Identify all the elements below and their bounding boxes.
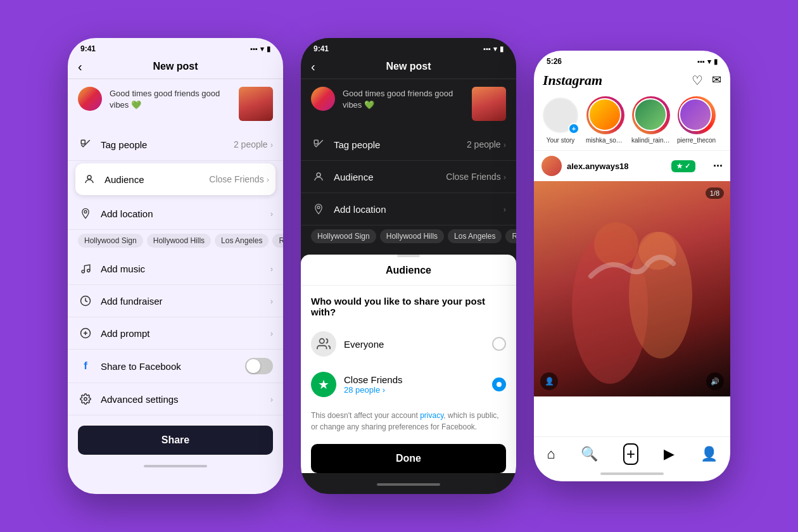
- post-more-button[interactable]: ···: [713, 160, 723, 173]
- location-label: Add location: [101, 208, 270, 219]
- audience-option-close-friends[interactable]: ★ Close Friends 28 people ›: [301, 364, 516, 405]
- menu-item-tag-people[interactable]: Tag people 2 people ›: [68, 129, 283, 161]
- back-button-2[interactable]: ‹: [311, 60, 315, 74]
- prompt-icon: [78, 326, 93, 341]
- your-story-label: Your story: [547, 137, 575, 144]
- story-mishka[interactable]: mishka_songs: [586, 96, 625, 144]
- post-thumbnail-1: [239, 87, 273, 121]
- header-2: ‹ New post: [301, 56, 516, 79]
- messenger-icon[interactable]: ✉: [712, 73, 721, 88]
- menu-item-music[interactable]: Add music ›: [68, 253, 283, 285]
- audience-chevron: ›: [267, 175, 269, 184]
- mishka-label: mishka_songs: [586, 137, 625, 144]
- everyone-radio[interactable]: [492, 337, 506, 351]
- post-user-avatar: [542, 156, 562, 176]
- story-your-story[interactable]: + Your story: [542, 96, 580, 144]
- everyone-info: Everyone: [344, 339, 484, 350]
- status-icons-1: ▪▪▪ ▾ ▮: [250, 45, 270, 53]
- tag-r[interactable]: R: [272, 234, 283, 248]
- post-person-button[interactable]: 👤: [540, 372, 558, 390]
- location-tags-1: Hollywood Sign Hollywood Hills Los Angel…: [68, 230, 283, 253]
- post-sound-button[interactable]: 🔊: [706, 372, 724, 390]
- header-1: ‹ New post: [68, 56, 283, 79]
- menu-item-prompt[interactable]: Add prompt ›: [68, 317, 283, 350]
- status-time-2: 9:41: [314, 44, 329, 53]
- nav-home[interactable]: ⌂: [547, 446, 555, 462]
- menu-item-facebook[interactable]: f Share to Facebook: [68, 350, 283, 383]
- tag-people-value: 2 people: [234, 139, 268, 149]
- advanced-icon: [78, 391, 93, 407]
- tag-r-dark[interactable]: R: [505, 229, 516, 243]
- menu-item-location-dark[interactable]: Add location ›: [301, 193, 516, 225]
- everyone-icon: [311, 331, 336, 357]
- tag-hollywood-hills-dark[interactable]: Hollywood Hills: [380, 229, 444, 243]
- audience-icon: [82, 172, 97, 187]
- tag-people-value-dark: 2 people: [467, 139, 501, 149]
- tag-hollywood-hills[interactable]: Hollywood Hills: [147, 234, 211, 248]
- svg-point-9: [84, 398, 87, 401]
- post-user-row: alex.anyways18 ★ ✓ ···: [534, 151, 730, 181]
- post-image: 1/8 👤 🔊: [534, 181, 730, 396]
- tag-los-angeles-dark[interactable]: Los Angeles: [448, 229, 502, 243]
- menu-item-tag-people-dark[interactable]: Tag people 2 people ›: [301, 129, 516, 161]
- heart-icon[interactable]: ♡: [692, 73, 703, 88]
- tag-hollywood-sign-dark[interactable]: Hollywood Sign: [311, 229, 376, 243]
- done-button[interactable]: Done: [311, 444, 506, 473]
- instagram-logo: Instagram: [543, 72, 602, 89]
- audience-chevron-dark: ›: [504, 172, 506, 182]
- menu-item-audience-dark[interactable]: Audience Close Friends ›: [301, 161, 516, 193]
- nav-search[interactable]: 🔍: [581, 446, 598, 462]
- kalindi-ring: [632, 96, 670, 134]
- menu-item-fundraiser[interactable]: Add fundraiser ›: [68, 285, 283, 317]
- post-caption-1: Good times good friends good vibes 💚: [110, 87, 231, 111]
- toggle-knob: [246, 359, 260, 373]
- home-indicator-3: [600, 472, 664, 475]
- story-pierre[interactable]: pierre_thecon: [677, 96, 716, 144]
- signal-icon: ▪▪▪: [250, 45, 258, 53]
- nav-create[interactable]: +: [623, 443, 638, 465]
- audience-label: Audience: [104, 174, 209, 185]
- facebook-toggle[interactable]: [245, 358, 273, 374]
- advanced-chevron: ›: [270, 395, 273, 404]
- star-badge-icon: ★: [676, 162, 683, 170]
- story-kalindi[interactable]: kalindi_rainb...: [631, 96, 671, 144]
- your-story-ring: +: [542, 96, 580, 134]
- post-caption-2: Good times good friends good vibes 💚: [343, 87, 464, 111]
- battery-icon-3: ▮: [714, 58, 718, 66]
- location-label-dark: Add location: [334, 204, 504, 215]
- prompt-chevron: ›: [270, 329, 273, 338]
- back-button-1[interactable]: ‹: [78, 60, 82, 74]
- nav-profile[interactable]: 👤: [700, 446, 718, 462]
- close-friends-radio[interactable]: [492, 377, 506, 391]
- music-icon: [78, 261, 93, 276]
- fundraiser-icon: [78, 293, 93, 308]
- svg-point-1: [87, 175, 91, 179]
- tag-los-angeles[interactable]: Los Angeles: [215, 234, 269, 248]
- fundraiser-chevron: ›: [270, 296, 273, 306]
- svg-point-2: [84, 211, 87, 213]
- nav-reels[interactable]: ▶: [664, 446, 674, 462]
- audience-option-everyone[interactable]: Everyone: [301, 324, 516, 364]
- phone-2: 9:41 ▪▪▪ ▾ ▮ ‹ New post Good times good …: [301, 38, 516, 494]
- svg-point-3: [82, 270, 84, 272]
- story-add-btn[interactable]: +: [568, 123, 580, 134]
- post-preview-2: Good times good friends good vibes 💚: [301, 79, 516, 129]
- close-friends-badge: ★ ✓: [671, 160, 695, 172]
- menu-item-location[interactable]: Add location ›: [68, 198, 283, 230]
- check-badge-icon: ✓: [685, 162, 690, 170]
- menu-item-audience[interactable]: Audience Close Friends ›: [75, 163, 276, 195]
- audience-modal: Audience Who would you like to share you…: [301, 255, 516, 473]
- audience-value-dark: Close Friends: [446, 172, 500, 182]
- music-label: Add music: [101, 263, 270, 274]
- privacy-link[interactable]: privacy: [420, 411, 443, 420]
- modal-subtitle: Who would you like to share your post wi…: [301, 286, 516, 324]
- share-button-1[interactable]: Share: [78, 426, 273, 455]
- post-thumb-image: [239, 87, 273, 121]
- tag-hollywood-sign[interactable]: Hollywood Sign: [78, 234, 143, 248]
- close-friends-info: Close Friends 28 people ›: [344, 374, 484, 395]
- ig-bottom-nav: ⌂ 🔍 + ▶ 👤: [534, 436, 730, 467]
- ig-header: Instagram ♡ ✉: [534, 68, 730, 94]
- menu-item-advanced[interactable]: Advanced settings ›: [68, 383, 283, 415]
- audience-label-dark: Audience: [334, 172, 446, 182]
- battery-icon-2: ▮: [500, 45, 504, 53]
